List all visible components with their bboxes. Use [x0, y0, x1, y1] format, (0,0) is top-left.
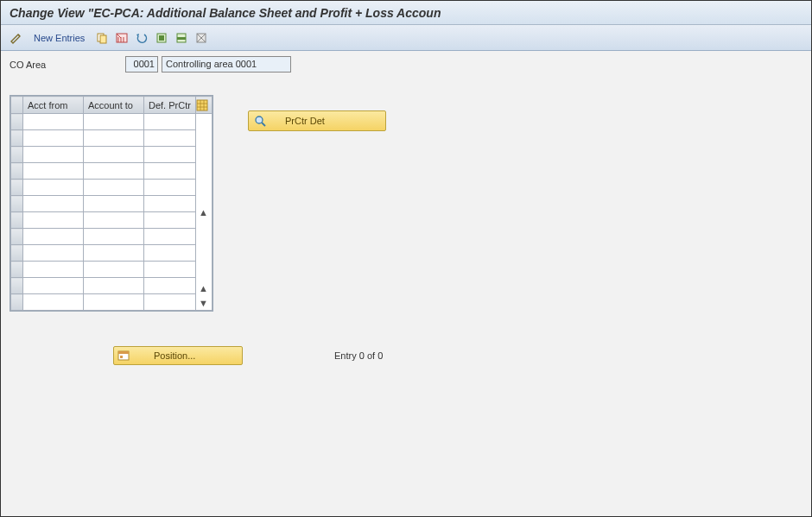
select-block-icon[interactable] [173, 29, 190, 47]
undo-change-icon[interactable] [133, 29, 150, 47]
svg-rect-12 [118, 351, 129, 354]
select-all-header[interactable] [11, 97, 23, 114]
table-row[interactable] [11, 130, 213, 147]
table-row[interactable] [11, 196, 213, 212]
col-def-prctr[interactable]: Def. PrCtr [144, 97, 196, 114]
entry-status: Entry 0 of 0 [334, 350, 383, 361]
col-acct-from[interactable]: Acct from [23, 97, 84, 114]
table-row[interactable] [11, 262, 213, 278]
table-config-icon[interactable] [196, 97, 213, 114]
table-header-row: Acct from Account to Def. PrCtr [11, 97, 213, 114]
delete-icon[interactable] [113, 29, 130, 47]
position-icon [117, 350, 130, 362]
col-account-to[interactable]: Account to [84, 97, 144, 114]
table-row[interactable] [11, 163, 213, 180]
accounts-table-container: Acct from Account to Def. PrCtr ▲ ▲ [10, 95, 213, 312]
page-title: Change View "EC-PCA: Additional Balance … [10, 6, 441, 20]
scroll-up-icon[interactable]: ▲ [196, 205, 211, 219]
select-all-icon[interactable] [153, 29, 170, 47]
co-area-row: CO Area 0001 Controlling area 0001 [10, 56, 802, 73]
table-row[interactable] [11, 245, 213, 262]
position-button[interactable]: Position... [113, 346, 243, 365]
table-row[interactable]: ▲ ▲ ▼ [11, 114, 213, 130]
scroll-down-icon[interactable]: ▼ [196, 295, 211, 310]
table-row[interactable] [11, 180, 213, 196]
table-row[interactable] [11, 147, 213, 163]
position-row: Position... Entry 0 of 0 [10, 346, 802, 365]
svg-rect-1 [100, 35, 106, 43]
svg-rect-6 [177, 37, 186, 40]
table-row[interactable] [11, 278, 213, 294]
new-entries-label: New Entries [34, 33, 85, 43]
position-label: Position... [154, 350, 195, 361]
svg-rect-4 [159, 35, 164, 41]
content-area: CO Area 0001 Controlling area 0001 Acct … [1, 51, 811, 516]
co-area-desc-field: Controlling area 0001 [162, 56, 291, 73]
scroll-up2-icon[interactable]: ▲ [196, 281, 211, 295]
vertical-scrollbar[interactable]: ▲ ▲ ▼ [196, 114, 213, 311]
prctr-det-button[interactable]: PrCtr Det [248, 110, 386, 131]
accounts-table[interactable]: Acct from Account to Def. PrCtr ▲ ▲ [10, 96, 213, 311]
co-area-label: CO Area [10, 60, 122, 70]
toggle-display-change-icon[interactable] [8, 29, 25, 47]
svg-rect-13 [120, 356, 123, 358]
table-row[interactable] [11, 212, 213, 229]
application-toolbar: New Entries [1, 25, 811, 51]
svg-line-10 [262, 123, 265, 126]
title-bar: Change View "EC-PCA: Additional Balance … [1, 1, 811, 25]
new-entries-button[interactable]: New Entries [28, 28, 91, 47]
copy-as-icon[interactable] [93, 29, 111, 47]
table-row[interactable] [11, 229, 213, 245]
deselect-all-icon[interactable] [193, 29, 210, 47]
co-area-code-field[interactable]: 0001 [125, 56, 158, 73]
details-icon [254, 115, 266, 127]
table-row[interactable] [11, 294, 213, 311]
prctr-det-label: PrCtr Det [285, 116, 325, 126]
svg-rect-8 [197, 100, 207, 110]
svg-point-9 [256, 117, 263, 123]
